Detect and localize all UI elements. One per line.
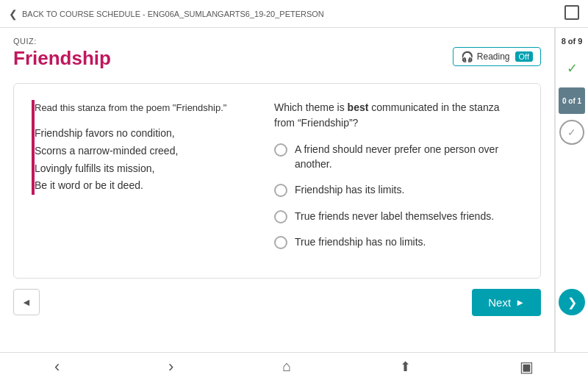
radio-3[interactable] [274, 210, 287, 223]
quiz-title: Friendship [13, 47, 111, 70]
poem-line-2: Scorns a narrow-minded creed, [35, 143, 252, 160]
passage-block: Read this stanza from the poem "Friendsh… [32, 100, 252, 195]
option-text-4: True friendship has no limits. [295, 235, 426, 250]
question-prefix: Which theme is [274, 101, 348, 113]
option-text-1: A friend should never prefer one person … [295, 143, 523, 171]
reading-off-badge: Off [515, 51, 533, 62]
option-text-3: True friends never label themselves frie… [295, 209, 494, 224]
bottom-left-arrow[interactable]: ‹ [54, 357, 60, 376]
bottom-bar: ‹ › ⌂ ⬆ ▣ [0, 352, 588, 380]
sidebar-check-icon: ✓ [559, 55, 585, 82]
back-nav[interactable]: ❮ BACK TO COURSE SCHEDULE - ENG06A_SUMLA… [9, 8, 324, 20]
question-bold: best [348, 101, 369, 113]
reading-label: Reading [477, 51, 510, 62]
content-area: QUIZ: Friendship 🎧 Reading Off Read this… [0, 28, 555, 352]
sidebar-sub-counter: 0 of 1 [562, 97, 581, 105]
question-column: Which theme is best communicated in the … [274, 100, 523, 262]
radio-4[interactable] [274, 236, 287, 249]
reading-toggle-button[interactable]: 🎧 Reading Off [453, 47, 541, 66]
answer-option-2[interactable]: Friendship has its limits. [274, 183, 523, 198]
nav-row: ◄ Next ► [13, 289, 541, 320]
question-text: Which theme is best communicated in the … [274, 100, 523, 131]
answer-option-3[interactable]: True friends never label themselves frie… [274, 209, 523, 224]
sidebar-circle-check: ✓ [559, 120, 584, 145]
option-text-2: Friendship has its limits. [295, 183, 404, 198]
sidebar: 8 of 9 ✓ 0 of 1 ✓ ❯ [555, 28, 588, 352]
sidebar-next-button[interactable]: ❯ [559, 289, 585, 315]
poem-lines: Friendship favors no condition, Scorns a… [35, 125, 252, 195]
answer-option-1[interactable]: A friend should never prefer one person … [274, 143, 523, 171]
back-label: BACK TO COURSE SCHEDULE - ENG06A_SUMLANG… [22, 10, 324, 18]
prev-arrow-icon: ◄ [21, 296, 32, 308]
prev-button[interactable]: ◄ [13, 289, 40, 315]
sidebar-progress-box: 0 of 1 [559, 87, 585, 114]
poem-line-3: Lovingly fulfills its mission, [35, 160, 252, 178]
next-button[interactable]: Next ► [472, 289, 541, 316]
answer-option-4[interactable]: True friendship has no limits. [274, 235, 523, 250]
quiz-label: QUIZ: [13, 37, 111, 46]
expand-icon[interactable] [564, 5, 579, 20]
quiz-title-block: QUIZ: Friendship [13, 37, 111, 76]
sidebar-counter: 8 of 9 [560, 34, 584, 49]
share-icon[interactable]: ⬆ [400, 359, 411, 375]
question-card: Read this stanza from the poem "Friendsh… [13, 83, 541, 279]
poem-line-1: Friendship favors no condition, [35, 125, 252, 143]
next-label: Next [488, 296, 511, 309]
top-bar: ❮ BACK TO COURSE SCHEDULE - ENG06A_SUMLA… [0, 0, 588, 28]
main-layout: QUIZ: Friendship 🎧 Reading Off Read this… [0, 28, 588, 352]
back-arrow-icon: ❮ [9, 8, 18, 20]
window-controls [564, 5, 579, 23]
radio-2[interactable] [274, 184, 287, 197]
home-icon[interactable]: ⌂ [282, 358, 291, 375]
poem-line-4: Be it word or be it deed. [35, 177, 252, 195]
passage-header: Read this stanza from the poem "Friendsh… [35, 100, 252, 116]
layout-icon[interactable]: ▣ [520, 358, 534, 376]
headphone-icon: 🎧 [461, 51, 473, 62]
quiz-header: QUIZ: Friendship 🎧 Reading Off [13, 37, 541, 76]
passage-column: Read this stanza from the poem "Friendsh… [32, 100, 252, 262]
radio-1[interactable] [274, 143, 287, 157]
bottom-right-arrow[interactable]: › [168, 357, 173, 376]
next-arrow-icon: ► [515, 297, 525, 308]
